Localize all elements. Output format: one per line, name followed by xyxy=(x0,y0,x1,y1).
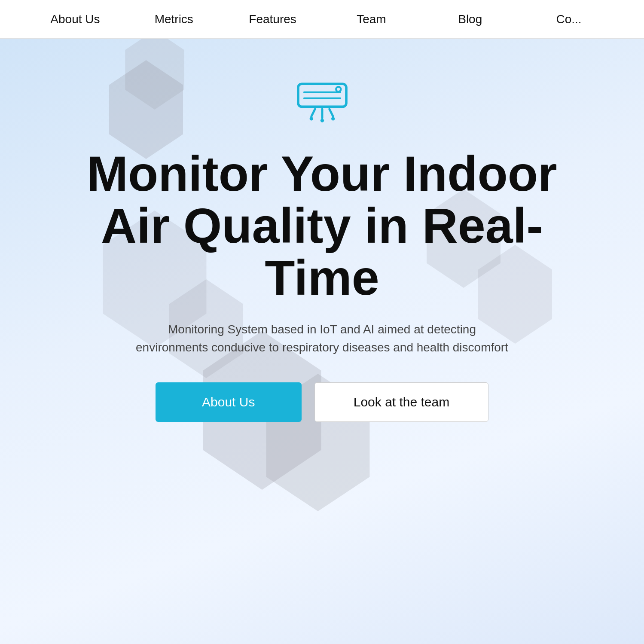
air-conditioner-icon xyxy=(292,73,352,135)
ac-icon-wrapper xyxy=(292,73,352,135)
nav-link-features[interactable]: Features xyxy=(249,12,296,26)
nav-item-blog[interactable]: Blog xyxy=(421,12,519,26)
nav-link-blog[interactable]: Blog xyxy=(458,12,482,26)
svg-point-7 xyxy=(309,117,313,120)
svg-line-4 xyxy=(311,109,314,116)
nav-link-team[interactable]: Team xyxy=(357,12,386,26)
look-at-team-button[interactable]: Look at the team xyxy=(314,382,488,422)
svg-point-3 xyxy=(336,87,341,92)
hero-title: Monitor Your Indoor Air Quality in Real-… xyxy=(86,148,559,303)
nav-item-contact[interactable]: Co... xyxy=(519,12,618,26)
nav-item-about[interactable]: About Us xyxy=(26,12,125,26)
nav-link-about[interactable]: About Us xyxy=(50,12,100,26)
nav-item-team[interactable]: Team xyxy=(322,12,421,26)
about-us-button[interactable]: About Us xyxy=(156,382,302,422)
svg-point-8 xyxy=(320,119,324,122)
nav-link-metrics[interactable]: Metrics xyxy=(155,12,193,26)
hero-subtitle: Monitoring System based in IoT and AI ai… xyxy=(133,320,511,357)
hero-section: Monitor Your Indoor Air Quality in Real-… xyxy=(0,39,644,644)
nav-link-contact[interactable]: Co... xyxy=(556,12,581,26)
nav-item-metrics[interactable]: Metrics xyxy=(125,12,223,26)
nav-item-features[interactable]: Features xyxy=(223,12,322,26)
svg-point-9 xyxy=(331,117,335,120)
navbar: About Us Metrics Features Team Blog Co..… xyxy=(0,0,644,39)
svg-line-6 xyxy=(329,109,333,116)
hero-buttons: About Us Look at the team xyxy=(156,382,488,422)
